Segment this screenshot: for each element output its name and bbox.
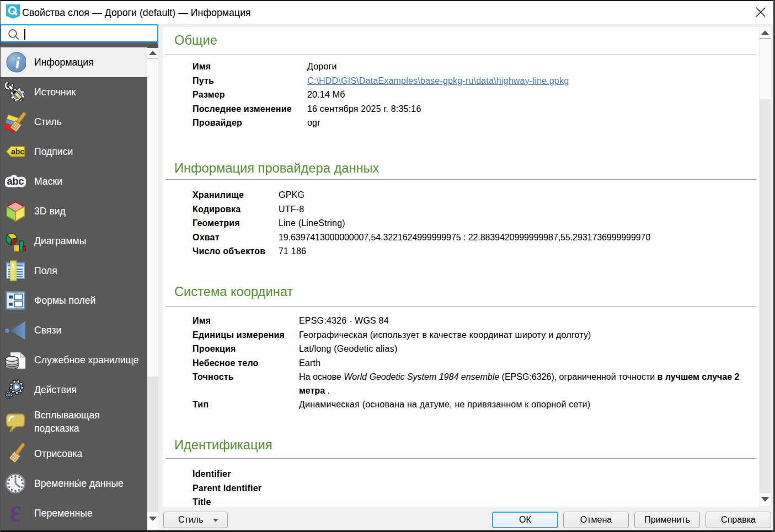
svg-text:ε: ε (9, 503, 21, 524)
svg-text:abc: abc (7, 176, 24, 187)
svg-text:abc: abc (11, 147, 24, 156)
svg-text:i: i (15, 53, 20, 72)
